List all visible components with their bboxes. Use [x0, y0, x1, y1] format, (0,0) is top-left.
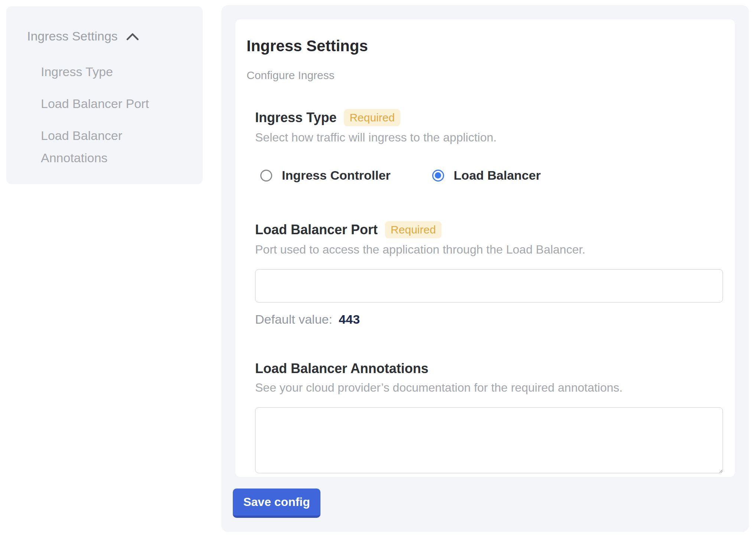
main-panel: Ingress Settings Configure Ingress Ingre…: [221, 5, 749, 532]
ingress-type-description: Select how traffic will ingress to the a…: [255, 131, 724, 144]
load-balancer-annotations-heading: Load Balancer Annotations: [255, 361, 724, 376]
sidebar-section-toggle[interactable]: Ingress Settings: [27, 29, 188, 43]
load-balancer-port-section: Load Balancer Port Required Port used to…: [255, 221, 724, 327]
ingress-type-heading: Ingress Type Required: [255, 109, 724, 126]
required-badge: Required: [344, 109, 400, 126]
load-balancer-annotations-section: Load Balancer Annotations See your cloud…: [255, 361, 724, 473]
load-balancer-annotations-description: See your cloud provider’s documentation …: [255, 381, 724, 395]
ingress-type-label: Ingress Type: [255, 110, 336, 125]
load-balancer-annotations-label: Load Balancer Annotations: [255, 361, 428, 376]
sidebar-item-ingress-type[interactable]: Ingress Type: [41, 61, 163, 83]
default-value-label: Default value:: [255, 312, 332, 326]
required-badge: Required: [385, 221, 441, 238]
load-balancer-annotations-textarea[interactable]: [255, 407, 723, 473]
ingress-type-radio-group: Ingress Controller Load Balancer: [260, 168, 724, 183]
default-value-text: Default value: 443: [255, 312, 724, 327]
settings-sidebar: Ingress Settings Ingress Type Load Balan…: [6, 6, 203, 184]
radio-option-ingress-controller[interactable]: Ingress Controller: [260, 168, 391, 183]
radio-icon[interactable]: [260, 170, 272, 182]
ingress-type-section: Ingress Type Required Select how traffic…: [255, 109, 724, 183]
page-subtitle: Configure Ingress: [247, 69, 724, 82]
default-value-number: 443: [339, 312, 360, 326]
sidebar-nav: Ingress Type Load Balancer Port Load Bal…: [27, 61, 188, 169]
sidebar-section-title: Ingress Settings: [27, 29, 118, 43]
radio-icon[interactable]: [432, 170, 444, 182]
load-balancer-port-input[interactable]: [255, 269, 723, 303]
radio-label: Ingress Controller: [282, 168, 391, 183]
load-balancer-port-description: Port used to access the application thro…: [255, 243, 724, 257]
radio-label: Load Balancer: [454, 168, 541, 183]
save-config-button[interactable]: Save config: [233, 489, 320, 518]
chevron-up-icon: [126, 32, 139, 41]
ingress-settings-card: Ingress Settings Configure Ingress Ingre…: [235, 19, 735, 477]
sidebar-item-load-balancer-annotations[interactable]: Load Balancer Annotations: [41, 124, 163, 169]
radio-option-load-balancer[interactable]: Load Balancer: [432, 168, 541, 183]
load-balancer-port-heading: Load Balancer Port Required: [255, 221, 724, 238]
load-balancer-port-label: Load Balancer Port: [255, 222, 378, 238]
page-title: Ingress Settings: [247, 37, 724, 55]
sidebar-item-load-balancer-port[interactable]: Load Balancer Port: [41, 92, 163, 115]
